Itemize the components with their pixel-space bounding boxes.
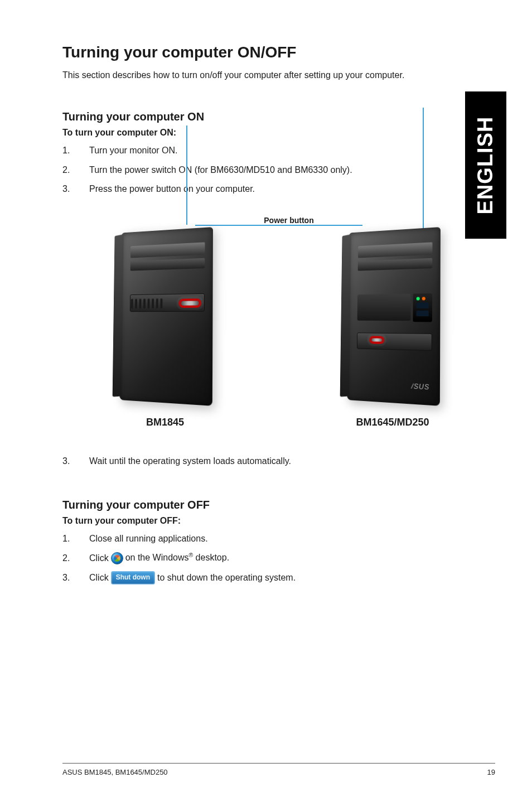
footer-page-number: 19 bbox=[487, 768, 495, 776]
step2-post: on the Windows® desktop. bbox=[125, 552, 229, 564]
language-tab-label: ENGLISH bbox=[474, 116, 498, 214]
front-bay-panel bbox=[357, 293, 411, 321]
step-text: Close all running applications. bbox=[89, 533, 495, 545]
pointer-connector bbox=[62, 225, 495, 226]
on-step-1: 1. Turn your monitor ON. bbox=[62, 144, 495, 157]
drive-bay bbox=[130, 258, 205, 270]
footer-left: ASUS BM1845, BM1645/MD250 bbox=[62, 768, 168, 776]
drive-bay bbox=[358, 258, 433, 270]
off-step-3: 3. Click Shut down to shut down the oper… bbox=[62, 571, 495, 584]
front-grille bbox=[131, 297, 169, 310]
section-on-lead: To turn your computer ON: bbox=[62, 128, 495, 138]
tower-bm1645-wrap: /SUS BM1645/MD250 bbox=[290, 229, 495, 428]
step-text: Turn your monitor ON. bbox=[89, 144, 495, 157]
off-step-2: 2. Click on the Windows® desktop. bbox=[62, 552, 495, 564]
pointer-line-right bbox=[423, 108, 424, 233]
intro-paragraph: This section describes how to turn on/of… bbox=[62, 69, 495, 81]
power-button-label: Power button bbox=[62, 216, 495, 225]
on-step-2: 2. Turn the power switch ON (for BM6630/… bbox=[62, 164, 495, 176]
tower-label-bm1845: BM1845 bbox=[146, 417, 184, 428]
language-tab: ENGLISH bbox=[465, 91, 506, 239]
on-step-3: 3. Press the power button on your comput… bbox=[62, 183, 495, 195]
page-title: Turning your computer ON/OFF bbox=[62, 44, 495, 61]
step-text: Click on the Windows® desktop. bbox=[89, 552, 495, 564]
tower-bm1845-wrap: BM1845 bbox=[62, 229, 268, 428]
step2-pre: Click bbox=[89, 552, 109, 564]
optical-drive bbox=[358, 242, 433, 258]
optical-drive bbox=[130, 242, 205, 258]
step-number: 2. bbox=[62, 552, 72, 564]
section-off-lead: To turn your computer OFF: bbox=[62, 516, 495, 526]
page-footer: ASUS BM1845, BM1645/MD250 19 bbox=[62, 763, 495, 776]
step3-post: to shut down the operating system. bbox=[157, 572, 296, 584]
tower-label-bm1645: BM1645/MD250 bbox=[356, 417, 429, 428]
shut-down-button-icon: Shut down bbox=[111, 571, 155, 584]
step-number: 2. bbox=[62, 164, 72, 176]
off-steps-list: 1. Close all running applications. 2. Cl… bbox=[62, 533, 495, 584]
asus-brand-text: /SUS bbox=[412, 382, 430, 391]
on-wait-step-list: 3. Wait until the operating system loads… bbox=[62, 455, 495, 474]
tower-bm1845 bbox=[119, 227, 213, 406]
windows-start-orb-icon bbox=[111, 552, 123, 564]
front-io-ports bbox=[413, 293, 432, 322]
step-text: Press the power button on your computer. bbox=[89, 183, 495, 195]
tower-bm1645: /SUS bbox=[347, 227, 441, 406]
off-step-1: 1. Close all running applications. bbox=[62, 533, 495, 545]
step-number: 3. bbox=[62, 455, 72, 467]
step-text: Wait until the operating system loads au… bbox=[89, 455, 495, 467]
section-off-heading: Turning your computer OFF bbox=[62, 499, 495, 511]
power-button-bm1845 bbox=[179, 298, 201, 308]
step-text: Click Shut down to shut down the operati… bbox=[89, 571, 495, 584]
pointer-line-left bbox=[186, 125, 187, 225]
front-panel bbox=[357, 332, 432, 351]
step-text: Turn the power switch ON (for BM6630/MD5… bbox=[89, 164, 495, 176]
step-number: 3. bbox=[62, 572, 72, 584]
step-number: 1. bbox=[62, 533, 72, 545]
on-wait-step: 3. Wait until the operating system loads… bbox=[62, 455, 495, 467]
section-off: Turning your computer OFF To turn your c… bbox=[62, 499, 495, 593]
power-button-diagram: Power button bbox=[62, 216, 495, 428]
step-number: 3. bbox=[62, 183, 72, 195]
step3-pre: Click bbox=[89, 572, 109, 584]
on-steps-list: 1. Turn your monitor ON. 2. Turn the pow… bbox=[62, 144, 495, 202]
power-button-bm1645 bbox=[369, 336, 384, 344]
section-on-heading: Turning your computer ON bbox=[62, 110, 495, 123]
step-number: 1. bbox=[62, 144, 72, 157]
